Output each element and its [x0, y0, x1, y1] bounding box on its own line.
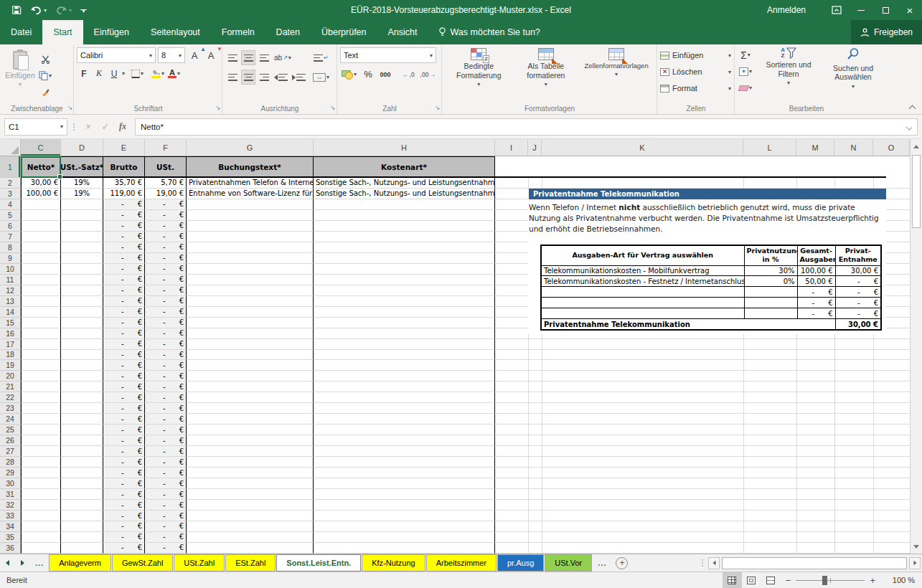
column-header-L[interactable]: L — [743, 139, 796, 156]
cell-F29[interactable]: - € — [145, 468, 187, 478]
cell-G15[interactable] — [187, 318, 314, 328]
cell-E10[interactable]: - € — [103, 264, 145, 275]
decrease-font-button[interactable]: A▼ — [204, 48, 218, 63]
sheet-tab-USt-Zahl[interactable]: USt.Zahl — [174, 554, 225, 572]
font-dialog-launcher[interactable]: ↘ — [215, 105, 221, 111]
telecom-cell-2-1[interactable] — [744, 287, 797, 298]
cell-F23[interactable]: - € — [145, 403, 187, 414]
redo-dropdown-icon[interactable]: ▾ — [69, 7, 72, 14]
page-break-view-button[interactable] — [761, 572, 781, 588]
cell-C19[interactable] — [21, 360, 61, 371]
cell-G21[interactable] — [187, 381, 314, 392]
horizontal-scroll-thumb[interactable] — [722, 557, 907, 569]
accounting-format-button[interactable]: ▾ — [340, 67, 358, 82]
redo-button[interactable]: ▾ — [55, 6, 72, 15]
cell-G16[interactable] — [187, 328, 314, 339]
format-as-table-button[interactable]: Als Tabelle formatieren ▾ — [518, 48, 574, 102]
tab-ansicht[interactable]: Ansicht — [377, 20, 428, 44]
telecom-cell-1-1[interactable]: 0% — [744, 276, 797, 287]
cell-C31[interactable] — [21, 489, 61, 500]
copy-button[interactable]: ▾ — [37, 68, 53, 83]
cell-G19[interactable] — [187, 360, 314, 371]
cell-D12[interactable] — [61, 285, 103, 296]
copy-dropdown-icon[interactable]: ▾ — [49, 72, 52, 79]
cell-G10[interactable] — [187, 264, 314, 275]
cell-C9[interactable] — [21, 253, 61, 264]
row-header-3[interactable]: 3 — [0, 189, 20, 199]
cell-D26[interactable] — [61, 435, 103, 446]
cell-C18[interactable] — [21, 350, 61, 361]
cell-H22[interactable] — [314, 392, 495, 403]
sheet-tab-GewSt-Zahl[interactable]: GewSt.Zahl — [112, 554, 173, 572]
cell-D8[interactable] — [61, 242, 103, 253]
cell-D25[interactable] — [61, 425, 103, 435]
cell-E14[interactable]: - € — [103, 307, 145, 318]
cell-C28[interactable] — [21, 457, 61, 468]
cell-H33[interactable] — [314, 511, 495, 521]
telecom-cell-4-3[interactable]: - € — [835, 308, 881, 319]
telecom-cell-2-0[interactable] — [541, 287, 744, 298]
cell-C11[interactable] — [21, 275, 61, 285]
cell-E23[interactable]: - € — [103, 403, 145, 414]
cell-C13[interactable] — [21, 296, 61, 307]
cell-F7[interactable]: - € — [145, 232, 187, 242]
column-title-1[interactable]: USt.-Satz* — [61, 156, 103, 178]
cell-H28[interactable] — [314, 457, 495, 468]
telecom-cell-4-0[interactable] — [541, 308, 744, 319]
cell-F4[interactable]: - € — [145, 199, 187, 210]
cell-F9[interactable]: - € — [145, 253, 187, 264]
telecom-cell-4-1[interactable] — [744, 308, 797, 319]
find-select-button[interactable]: Suchen und Auswählen ▾ — [824, 47, 883, 102]
cell-F13[interactable]: - € — [145, 296, 187, 307]
cell-H31[interactable] — [314, 489, 495, 500]
insert-cells-button[interactable]: Einfügen▾ — [660, 48, 731, 62]
tab-formeln[interactable]: Formeln — [211, 20, 265, 44]
cell-E35[interactable]: - € — [103, 532, 145, 543]
column-title-3[interactable]: USt. — [145, 156, 187, 178]
paste-dropdown-icon[interactable]: ▾ — [19, 81, 22, 87]
cell-H12[interactable] — [314, 285, 495, 296]
cell-E8[interactable]: - € — [103, 242, 145, 253]
cell-E6[interactable]: - € — [103, 221, 145, 232]
decrease-decimal-button[interactable]: ,00→ — [419, 67, 437, 82]
cell-styles-button[interactable]: Zellenformatvorlagen ▾ — [584, 48, 648, 102]
borders-button[interactable]: ▾ — [130, 66, 145, 81]
cell-G26[interactable] — [187, 435, 314, 446]
clipboard-dialog-launcher[interactable]: ↘ — [67, 105, 73, 111]
comma-style-button[interactable]: 000 — [378, 67, 392, 82]
column-title-5[interactable]: Kostenart* — [314, 156, 495, 178]
cell-E19[interactable]: - € — [103, 360, 145, 371]
cell-H34[interactable] — [314, 521, 495, 532]
cell-C14[interactable] — [21, 307, 61, 318]
row-header-33[interactable]: 33 — [0, 511, 20, 521]
cell-G30[interactable] — [187, 478, 314, 489]
cell-D2[interactable]: 19% — [61, 178, 103, 189]
cell-D30[interactable] — [61, 478, 103, 489]
cell-D21[interactable] — [61, 381, 103, 392]
cell-D31[interactable] — [61, 489, 103, 500]
cell-D23[interactable] — [61, 403, 103, 414]
cell-G9[interactable] — [187, 253, 314, 264]
number-format-select[interactable]: Text▾ — [340, 47, 436, 63]
next-sheet-button[interactable] — [15, 554, 30, 572]
tab-datei[interactable]: Datei — [0, 20, 42, 44]
italic-button[interactable]: K — [92, 66, 106, 81]
cell-H19[interactable] — [314, 360, 495, 371]
cell-E11[interactable]: - € — [103, 275, 145, 285]
row-header-27[interactable]: 27 — [0, 446, 20, 457]
undo-dropdown-icon[interactable]: ▾ — [44, 7, 47, 14]
telecom-cell-1-0[interactable]: Telekommunikationskosten - Festnetz / In… — [541, 276, 744, 287]
row-header-28[interactable]: 28 — [0, 457, 20, 468]
customize-qat-button[interactable]: ▾ — [80, 7, 87, 13]
row-header-10[interactable]: 10 — [0, 264, 20, 275]
cell-F14[interactable]: - € — [145, 307, 187, 318]
cell-F26[interactable]: - € — [145, 435, 187, 446]
align-left-button[interactable] — [225, 70, 240, 85]
cell-E3[interactable]: 119,00 € — [103, 189, 145, 199]
cell-C36[interactable] — [21, 543, 61, 554]
cell-E17[interactable]: - € — [103, 339, 145, 350]
cell-G22[interactable] — [187, 392, 314, 403]
undo-button[interactable]: ▾ — [30, 6, 47, 15]
cell-G3[interactable]: Entnahme von Software-Lizenz für priv — [187, 189, 314, 199]
cell-C32[interactable] — [21, 500, 61, 511]
